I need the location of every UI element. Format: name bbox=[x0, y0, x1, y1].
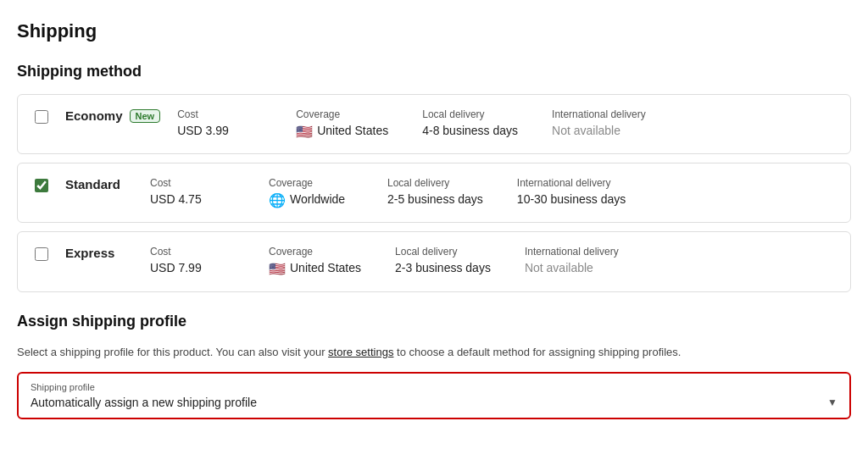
intl-value-standard: 10-30 business days bbox=[517, 192, 626, 206]
cost-label-economy: Cost bbox=[177, 108, 262, 120]
local-group-express: Local delivery 2-3 business days bbox=[395, 246, 491, 277]
coverage-value-economy: 🇺🇸 United States bbox=[296, 124, 388, 140]
local-label-standard: Local delivery bbox=[387, 177, 483, 189]
shipping-card-standard: Standard Cost USD 4.75 Coverage 🌐 Worldw… bbox=[17, 163, 851, 223]
assign-description: Select a shipping profile for this produ… bbox=[17, 344, 851, 361]
fields-row-economy: Cost USD 3.99 Coverage 🇺🇸 United States … bbox=[177, 108, 833, 140]
coverage-group-express: Coverage 🇺🇸 United States bbox=[269, 246, 361, 277]
coverage-icon-express: 🇺🇸 bbox=[269, 261, 286, 277]
method-name-economy: Economy New bbox=[65, 108, 160, 123]
cost-group-economy: Cost USD 3.99 bbox=[177, 108, 262, 140]
coverage-group-economy: Coverage 🇺🇸 United States bbox=[296, 108, 388, 140]
coverage-text-economy: United States bbox=[317, 124, 388, 137]
assign-section-title: Assign shipping profile bbox=[17, 313, 851, 330]
dropdown-arrow-icon: ▼ bbox=[827, 396, 837, 408]
shipping-profile-dropdown-wrap[interactable]: Shipping profile Automatically assign a … bbox=[17, 372, 851, 419]
cost-group-standard: Cost USD 4.75 bbox=[150, 177, 235, 208]
cost-group-express: Cost USD 7.99 bbox=[150, 246, 235, 277]
intl-value-economy: Not available bbox=[552, 124, 646, 137]
cost-value-express: USD 7.99 bbox=[150, 261, 235, 274]
local-label-express: Local delivery bbox=[395, 246, 491, 258]
coverage-group-standard: Coverage 🌐 Worldwide bbox=[269, 177, 353, 208]
profile-label: Shipping profile bbox=[31, 382, 837, 392]
method-name-standard: Standard bbox=[65, 177, 133, 191]
coverage-value-standard: 🌐 Worldwide bbox=[269, 192, 353, 208]
coverage-label-economy: Coverage bbox=[296, 108, 388, 120]
intl-label-economy: International delivery bbox=[552, 108, 646, 120]
fields-row-standard: Cost USD 4.75 Coverage 🌐 Worldwide Local… bbox=[150, 177, 833, 208]
coverage-text-express: United States bbox=[290, 261, 361, 274]
checkbox-express[interactable] bbox=[35, 247, 48, 263]
cost-value-economy: USD 3.99 bbox=[177, 124, 262, 137]
assign-desc-text1: Select a shipping profile for this produ… bbox=[17, 346, 328, 358]
store-settings-link[interactable]: store settings bbox=[328, 346, 393, 358]
intl-label-standard: International delivery bbox=[517, 177, 626, 189]
assign-shipping-section: Assign shipping profile Select a shippin… bbox=[17, 313, 851, 420]
coverage-label-express: Coverage bbox=[269, 246, 361, 258]
shipping-methods-list: Economy New Cost USD 3.99 Coverage 🇺🇸 Un… bbox=[17, 94, 851, 292]
shipping-method-title: Shipping method bbox=[17, 63, 851, 80]
method-name-express: Express bbox=[65, 246, 133, 260]
intl-value-express: Not available bbox=[525, 261, 619, 274]
profile-select-value: Automatically assign a new shipping prof… bbox=[31, 396, 257, 409]
shipping-card-express: Express Cost USD 7.99 Coverage 🇺🇸 United… bbox=[17, 231, 851, 291]
assign-desc-text2: to choose a default method for assigning… bbox=[393, 346, 681, 358]
intl-group-standard: International delivery 10-30 business da… bbox=[517, 177, 626, 208]
page-title: Shipping bbox=[17, 20, 851, 42]
coverage-icon-standard: 🌐 bbox=[269, 192, 286, 208]
local-group-standard: Local delivery 2-5 business days bbox=[387, 177, 483, 208]
cost-value-standard: USD 4.75 bbox=[150, 192, 235, 206]
shipping-card-economy: Economy New Cost USD 3.99 Coverage 🇺🇸 Un… bbox=[17, 94, 851, 154]
coverage-icon-economy: 🇺🇸 bbox=[296, 124, 313, 140]
fields-row-express: Cost USD 7.99 Coverage 🇺🇸 United States … bbox=[150, 246, 833, 277]
local-label-economy: Local delivery bbox=[422, 108, 518, 120]
cost-label-standard: Cost bbox=[150, 177, 235, 189]
coverage-text-standard: Worldwide bbox=[290, 192, 345, 206]
coverage-value-express: 🇺🇸 United States bbox=[269, 261, 361, 277]
coverage-label-standard: Coverage bbox=[269, 177, 353, 189]
new-badge: New bbox=[130, 109, 161, 123]
intl-group-express: International delivery Not available bbox=[525, 246, 619, 277]
local-value-economy: 4-8 business days bbox=[422, 124, 518, 137]
profile-select-row[interactable]: Automatically assign a new shipping prof… bbox=[31, 396, 837, 409]
local-value-standard: 2-5 business days bbox=[387, 192, 483, 206]
intl-label-express: International delivery bbox=[525, 246, 619, 258]
local-group-economy: Local delivery 4-8 business days bbox=[422, 108, 518, 140]
checkbox-standard[interactable] bbox=[35, 179, 48, 195]
local-value-express: 2-3 business days bbox=[395, 261, 491, 274]
checkbox-economy[interactable] bbox=[35, 110, 48, 126]
intl-group-economy: International delivery Not available bbox=[552, 108, 646, 140]
cost-label-express: Cost bbox=[150, 246, 235, 258]
